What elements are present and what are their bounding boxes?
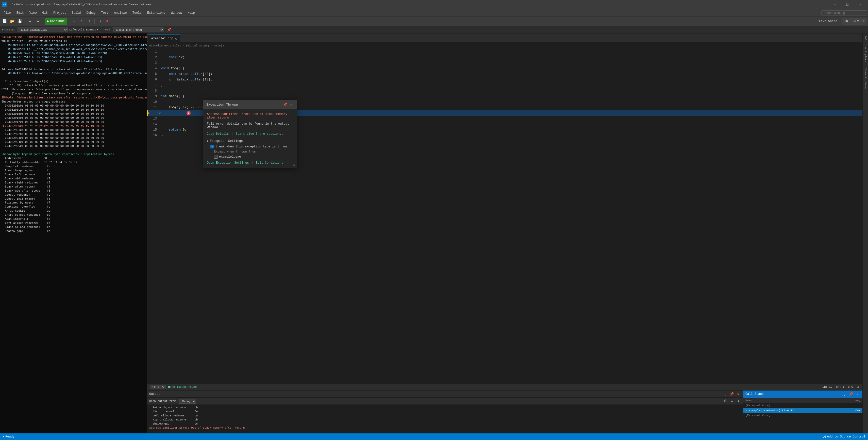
- callstack-content[interactable]: [External Code] ➤ example1.exe!main() Li…: [743, 403, 862, 433]
- terminal-line: #3 0x777075f3 (C:\WINDOWS\SYSTEM32\ntdll…: [2, 55, 146, 59]
- output-close-button[interactable]: ✕: [736, 391, 741, 397]
- maximize-button[interactable]: □: [842, 1, 853, 8]
- code-line-5: 5 char stack_buffer[42];: [147, 71, 862, 77]
- terminal-line: [2, 63, 146, 67]
- callstack-row-name: [External Code]: [745, 414, 845, 417]
- callstack-row-name: [External Code]: [745, 404, 845, 407]
- output-clear-button[interactable]: 🗑: [722, 399, 728, 404]
- tab-close-icon[interactable]: ✕: [175, 36, 177, 41]
- continue-button[interactable]: ▶ Continue: [45, 18, 67, 25]
- output-line-error: Address Sanitizer Error: Use of stack me…: [149, 426, 741, 430]
- menu-tools[interactable]: Tools: [130, 10, 144, 16]
- source-control-status[interactable]: ⎇ Add to Source Control: [823, 435, 865, 439]
- code-line-7: 7 }: [147, 83, 862, 88]
- edit-conditions-link[interactable]: Edit Conditions: [256, 161, 283, 165]
- output-content[interactable]: Intra object redzone: bb ASan internal: …: [147, 405, 743, 433]
- breadcrumb-separator-1: ›: [183, 44, 184, 47]
- menu-test[interactable]: Test: [99, 10, 111, 16]
- process-dropdown[interactable]: [33336] example1.exe: [17, 27, 68, 32]
- restart-button[interactable]: ↺: [96, 18, 103, 25]
- exception-links: Copy Details | Start Live Share session.…: [207, 132, 293, 136]
- callstack-close-button[interactable]: ✕: [855, 391, 860, 397]
- output-line: Left alloca redzone: ca: [149, 414, 741, 418]
- exception-popup: Exception Thrown 📌 ✕ Address Sanitizer E…: [203, 100, 297, 168]
- save-button[interactable]: 💾: [16, 18, 23, 25]
- callstack-pin-button[interactable]: 📌: [848, 391, 854, 397]
- search-input[interactable]: [821, 10, 867, 15]
- menu-git[interactable]: Git: [40, 10, 50, 16]
- close-button[interactable]: ✕: [854, 1, 866, 8]
- output-wrap-button[interactable]: ↵: [729, 399, 735, 404]
- footer-spc-info: SPC: [848, 385, 853, 388]
- menu-project[interactable]: Project: [51, 10, 68, 16]
- breadcrumb-global[interactable]: (Global Scope): [186, 44, 209, 47]
- menu-edit[interactable]: Edit: [14, 10, 26, 16]
- menu-build[interactable]: Build: [69, 10, 83, 16]
- terminal-line: Shadow bytes around the buggy address:: [2, 100, 146, 104]
- callstack-options-button[interactable]: ⋮: [842, 391, 847, 397]
- sidebar-item-solution-explorer[interactable]: Solution Explorer: [863, 33, 868, 66]
- tab-example1-cpp[interactable]: example1.cpp ✕: [148, 34, 180, 42]
- terminal-panel[interactable]: =33336==ERROR: AddressSanitizer: stack-u…: [0, 33, 147, 433]
- menu-view[interactable]: View: [27, 10, 39, 16]
- break-when-thrown-checkbox[interactable]: ✓: [210, 145, 214, 149]
- menu-extensions[interactable]: Extensions: [145, 10, 168, 16]
- terminal-line: [16, 58) 'stack_buffer' <= Memory access…: [2, 84, 146, 88]
- breadcrumb-fn[interactable]: main(): [214, 44, 224, 47]
- zoom-select[interactable]: 111 %: [150, 385, 165, 389]
- editor-footer-right: Ln: 12 Ch: 1 SPC LF: [822, 385, 860, 388]
- terminal-line: Global redzone: f9: [2, 193, 146, 197]
- sidebar-item-team-explorer[interactable]: Team Explorer: [863, 66, 868, 92]
- open-folder-button[interactable]: 📂: [9, 18, 16, 25]
- step-out-button[interactable]: ↑: [86, 18, 93, 25]
- example1-exe-checkbox[interactable]: [214, 155, 218, 159]
- live-share-button[interactable]: Live Share: [816, 18, 840, 25]
- exception-close-button[interactable]: ✕: [288, 102, 293, 107]
- lifecycle-events-button[interactable]: Lifecycle Events ▾: [69, 28, 98, 31]
- callstack-row[interactable]: [External Code]: [743, 413, 862, 418]
- window-controls: — □ ✕: [829, 1, 866, 8]
- menu-debug[interactable]: Debug: [84, 10, 98, 16]
- active-row-arrow-icon: ➤: [745, 409, 747, 412]
- menu-bar: File Edit View Git Project Build Debug T…: [0, 9, 868, 17]
- output-pin-button[interactable]: 📌: [729, 391, 735, 397]
- callstack-row-active[interactable]: ➤ example1.exe!main() Line 12 C++: [743, 408, 862, 413]
- redo-button[interactable]: ↪: [34, 18, 41, 25]
- new-file-button[interactable]: 📄: [1, 18, 8, 25]
- terminal-line: Array cookie: ac: [2, 209, 146, 213]
- menu-help[interactable]: Help: [185, 10, 197, 16]
- output-options-button[interactable]: ⋮: [722, 391, 728, 397]
- example1-exe-label: example1.exe: [219, 155, 241, 159]
- minimize-button[interactable]: —: [829, 1, 841, 8]
- exc-divider: |: [231, 132, 233, 136]
- menu-window[interactable]: Window: [168, 10, 185, 16]
- open-exception-settings-link[interactable]: Open Exception Settings: [207, 161, 249, 165]
- exception-settings-header: ▼ Exception Settings: [207, 139, 293, 143]
- int-preview-button[interactable]: INT PREVIEW: [842, 18, 867, 25]
- copy-details-link[interactable]: Copy Details: [207, 132, 229, 136]
- step-over-button[interactable]: ⬇: [70, 18, 78, 25]
- output-source-select[interactable]: Debug: [179, 399, 196, 404]
- collapse-icon[interactable]: ▼: [207, 140, 208, 143]
- breadcrumb-scope[interactable]: Miscellaneous Files: [149, 44, 181, 47]
- thread-dropdown[interactable]: [24608] Main Thread: [113, 27, 164, 32]
- callstack-row[interactable]: [External Code]: [743, 403, 862, 408]
- menu-analyze[interactable]: Analyze: [112, 10, 129, 16]
- callstack-col-lang: Lang: [845, 399, 860, 402]
- resize-handle-icon[interactable]: ⊿: [292, 163, 295, 167]
- stop-button[interactable]: ■: [104, 18, 111, 25]
- terminal-line: #1 0x785ab in __scrt_common_main_seh d:\…: [2, 47, 146, 51]
- step-into-button[interactable]: ↴: [78, 18, 85, 25]
- undo-button[interactable]: ↩: [27, 18, 34, 25]
- terminal-line: #0 0x41311 in main c:\MSDN\cpp-docs-pr\d…: [2, 43, 146, 47]
- pin-thread-button[interactable]: 📌: [165, 26, 173, 33]
- exception-pin-button[interactable]: 📌: [282, 102, 287, 107]
- terminal-line: ASan internal: fe: [2, 217, 146, 221]
- output-scroll-button[interactable]: ⬇: [736, 399, 741, 404]
- live-share-link[interactable]: Start Live Share session...: [236, 132, 285, 136]
- editor-scroll[interactable]: 1 2 char *x; 3 4 void foo() { 5 ch: [147, 49, 862, 384]
- breadcrumb-separator-2: ›: [211, 44, 212, 47]
- exception-settings-label: Exception Settings: [210, 139, 243, 143]
- terminal-line: Heap left redzone: fa: [2, 164, 146, 168]
- menu-file[interactable]: File: [1, 10, 13, 16]
